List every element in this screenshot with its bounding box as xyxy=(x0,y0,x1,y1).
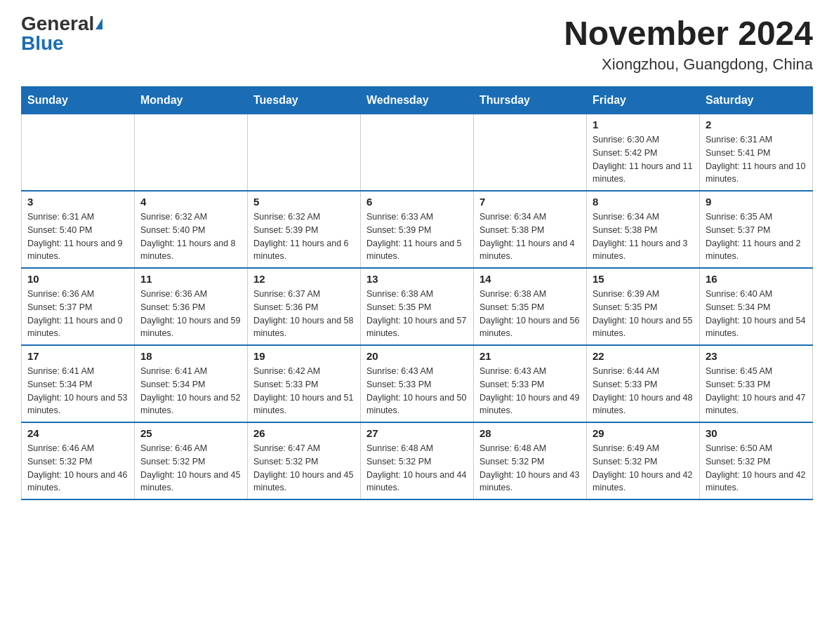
day-header-sunday: Sunday xyxy=(22,87,135,114)
day-number: 2 xyxy=(706,119,807,130)
calendar-cell: 5Sunrise: 6:32 AMSunset: 5:39 PMDaylight… xyxy=(248,191,361,268)
day-number: 15 xyxy=(593,273,694,285)
calendar-cell: 15Sunrise: 6:39 AMSunset: 5:35 PMDayligh… xyxy=(587,268,700,345)
day-header-friday: Friday xyxy=(587,87,700,114)
calendar-cell: 4Sunrise: 6:32 AMSunset: 5:40 PMDaylight… xyxy=(135,191,248,268)
calendar-cell: 8Sunrise: 6:34 AMSunset: 5:38 PMDaylight… xyxy=(587,191,700,268)
location-title: Xiongzhou, Guangdong, China xyxy=(564,55,813,74)
calendar-cell: 6Sunrise: 6:33 AMSunset: 5:39 PMDaylight… xyxy=(361,191,474,268)
day-number: 11 xyxy=(140,273,241,285)
logo-blue-text: Blue xyxy=(21,34,64,53)
calendar-cell: 19Sunrise: 6:42 AMSunset: 5:33 PMDayligh… xyxy=(248,345,361,422)
day-number: 26 xyxy=(253,427,355,439)
day-header-monday: Monday xyxy=(135,87,248,114)
logo-general-text: General xyxy=(21,14,94,34)
day-number: 18 xyxy=(140,350,241,362)
day-info: Sunrise: 6:34 AMSunset: 5:38 PMDaylight:… xyxy=(593,210,694,263)
day-info: Sunrise: 6:47 AMSunset: 5:32 PMDaylight:… xyxy=(253,442,355,495)
calendar-cell xyxy=(135,114,248,192)
day-number: 29 xyxy=(593,427,694,439)
calendar-cell: 7Sunrise: 6:34 AMSunset: 5:38 PMDaylight… xyxy=(474,191,587,268)
calendar-cell: 18Sunrise: 6:41 AMSunset: 5:34 PMDayligh… xyxy=(135,345,248,422)
week-row-4: 17Sunrise: 6:41 AMSunset: 5:34 PMDayligh… xyxy=(22,345,813,422)
calendar-cell: 2Sunrise: 6:31 AMSunset: 5:41 PMDaylight… xyxy=(700,114,813,192)
calendar-cell: 20Sunrise: 6:43 AMSunset: 5:33 PMDayligh… xyxy=(361,345,474,422)
week-row-1: 1Sunrise: 6:30 AMSunset: 5:42 PMDaylight… xyxy=(22,114,813,192)
day-info: Sunrise: 6:39 AMSunset: 5:35 PMDaylight:… xyxy=(593,288,694,340)
day-info: Sunrise: 6:36 AMSunset: 5:36 PMDaylight:… xyxy=(140,288,241,340)
calendar-cell: 29Sunrise: 6:49 AMSunset: 5:32 PMDayligh… xyxy=(587,422,700,499)
calendar-cell: 3Sunrise: 6:31 AMSunset: 5:40 PMDaylight… xyxy=(22,191,135,268)
day-info: Sunrise: 6:34 AMSunset: 5:38 PMDaylight:… xyxy=(479,210,581,263)
day-info: Sunrise: 6:40 AMSunset: 5:34 PMDaylight:… xyxy=(706,288,807,340)
day-info: Sunrise: 6:38 AMSunset: 5:35 PMDaylight:… xyxy=(479,288,581,340)
day-header-thursday: Thursday xyxy=(474,87,587,114)
day-number: 3 xyxy=(27,196,128,208)
calendar-cell: 11Sunrise: 6:36 AMSunset: 5:36 PMDayligh… xyxy=(135,268,248,345)
day-info: Sunrise: 6:42 AMSunset: 5:33 PMDaylight:… xyxy=(253,365,355,417)
week-row-2: 3Sunrise: 6:31 AMSunset: 5:40 PMDaylight… xyxy=(22,191,813,268)
calendar-cell: 13Sunrise: 6:38 AMSunset: 5:35 PMDayligh… xyxy=(361,268,474,345)
calendar-table: SundayMondayTuesdayWednesdayThursdayFrid… xyxy=(21,86,813,500)
day-info: Sunrise: 6:35 AMSunset: 5:37 PMDaylight:… xyxy=(706,210,807,263)
calendar-cell: 25Sunrise: 6:46 AMSunset: 5:32 PMDayligh… xyxy=(135,422,248,499)
day-number: 1 xyxy=(593,119,694,130)
calendar-cell xyxy=(474,114,587,192)
page-header: General Blue November 2024 Xiongzhou, Gu… xyxy=(21,14,813,74)
logo-triangle-icon xyxy=(95,18,102,29)
day-number: 9 xyxy=(706,196,807,208)
day-number: 25 xyxy=(140,427,241,439)
day-number: 10 xyxy=(27,273,128,285)
day-number: 13 xyxy=(366,273,468,285)
day-info: Sunrise: 6:33 AMSunset: 5:39 PMDaylight:… xyxy=(366,210,468,263)
day-info: Sunrise: 6:49 AMSunset: 5:32 PMDaylight:… xyxy=(593,442,694,495)
day-number: 21 xyxy=(479,350,581,362)
day-number: 7 xyxy=(479,196,581,208)
day-number: 4 xyxy=(140,196,241,208)
calendar-cell: 10Sunrise: 6:36 AMSunset: 5:37 PMDayligh… xyxy=(22,268,135,345)
day-info: Sunrise: 6:41 AMSunset: 5:34 PMDaylight:… xyxy=(27,365,128,417)
day-info: Sunrise: 6:46 AMSunset: 5:32 PMDaylight:… xyxy=(27,442,128,495)
day-number: 30 xyxy=(706,427,807,439)
day-number: 28 xyxy=(479,427,581,439)
day-header-saturday: Saturday xyxy=(700,87,813,114)
title-area: November 2024 Xiongzhou, Guangdong, Chin… xyxy=(564,14,813,74)
day-info: Sunrise: 6:43 AMSunset: 5:33 PMDaylight:… xyxy=(479,365,581,417)
day-number: 14 xyxy=(479,273,581,285)
calendar-cell: 16Sunrise: 6:40 AMSunset: 5:34 PMDayligh… xyxy=(700,268,813,345)
day-info: Sunrise: 6:30 AMSunset: 5:42 PMDaylight:… xyxy=(593,133,694,186)
day-info: Sunrise: 6:36 AMSunset: 5:37 PMDaylight:… xyxy=(27,288,128,340)
day-info: Sunrise: 6:37 AMSunset: 5:36 PMDaylight:… xyxy=(253,288,355,340)
day-info: Sunrise: 6:48 AMSunset: 5:32 PMDaylight:… xyxy=(479,442,581,495)
day-number: 23 xyxy=(706,350,807,362)
day-number: 17 xyxy=(27,350,128,362)
day-info: Sunrise: 6:48 AMSunset: 5:32 PMDaylight:… xyxy=(366,442,468,495)
day-number: 24 xyxy=(27,427,128,439)
day-number: 5 xyxy=(253,196,355,208)
day-info: Sunrise: 6:38 AMSunset: 5:35 PMDaylight:… xyxy=(366,288,468,340)
day-info: Sunrise: 6:32 AMSunset: 5:39 PMDaylight:… xyxy=(253,210,355,263)
week-row-5: 24Sunrise: 6:46 AMSunset: 5:32 PMDayligh… xyxy=(22,422,813,499)
calendar-cell: 9Sunrise: 6:35 AMSunset: 5:37 PMDaylight… xyxy=(700,191,813,268)
day-info: Sunrise: 6:46 AMSunset: 5:32 PMDaylight:… xyxy=(140,442,241,495)
calendar-cell: 14Sunrise: 6:38 AMSunset: 5:35 PMDayligh… xyxy=(474,268,587,345)
day-number: 16 xyxy=(706,273,807,285)
calendar-cell: 1Sunrise: 6:30 AMSunset: 5:42 PMDaylight… xyxy=(587,114,700,192)
calendar-cell xyxy=(248,114,361,192)
calendar-cell: 23Sunrise: 6:45 AMSunset: 5:33 PMDayligh… xyxy=(700,345,813,422)
calendar-cell xyxy=(361,114,474,192)
day-info: Sunrise: 6:45 AMSunset: 5:33 PMDaylight:… xyxy=(706,365,807,417)
calendar-cell: 22Sunrise: 6:44 AMSunset: 5:33 PMDayligh… xyxy=(587,345,700,422)
calendar-cell: 26Sunrise: 6:47 AMSunset: 5:32 PMDayligh… xyxy=(248,422,361,499)
day-header-wednesday: Wednesday xyxy=(361,87,474,114)
calendar-cell: 28Sunrise: 6:48 AMSunset: 5:32 PMDayligh… xyxy=(474,422,587,499)
day-info: Sunrise: 6:31 AMSunset: 5:41 PMDaylight:… xyxy=(706,133,807,186)
day-header-tuesday: Tuesday xyxy=(248,87,361,114)
day-number: 20 xyxy=(366,350,468,362)
day-number: 12 xyxy=(253,273,355,285)
day-info: Sunrise: 6:32 AMSunset: 5:40 PMDaylight:… xyxy=(140,210,241,263)
day-number: 8 xyxy=(593,196,694,208)
month-title: November 2024 xyxy=(564,14,813,53)
calendar-cell: 17Sunrise: 6:41 AMSunset: 5:34 PMDayligh… xyxy=(22,345,135,422)
calendar-header-row: SundayMondayTuesdayWednesdayThursdayFrid… xyxy=(22,87,813,114)
